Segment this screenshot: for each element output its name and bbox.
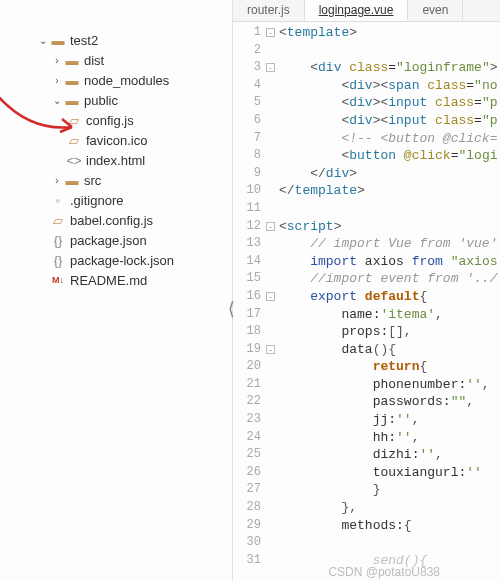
tree-label: babel.config.js — [70, 213, 153, 228]
tree-folder[interactable]: › ▬ src — [8, 170, 224, 190]
tree-file[interactable]: {} package.json — [8, 230, 224, 250]
tree-file[interactable]: M↓ README.md — [8, 270, 224, 290]
code-editor: router.js loginpage.vue even 1-23-456789… — [233, 0, 500, 581]
tree-label: test2 — [70, 33, 98, 48]
tree-label: .gitignore — [70, 193, 123, 208]
tree-root[interactable]: ⌄ ▬ test2 — [8, 30, 224, 50]
folder-open-icon: ▬ — [64, 92, 80, 108]
js-file-icon: ▱ — [66, 112, 82, 128]
chevron-down-icon: ⌄ — [36, 35, 50, 46]
tree-folder[interactable]: ⌄ ▬ public — [8, 90, 224, 110]
tab-router[interactable]: router.js — [233, 0, 305, 21]
collapse-handle-icon[interactable]: ⟨ — [226, 298, 237, 320]
tree-file[interactable]: ◦ .gitignore — [8, 190, 224, 210]
html-file-icon: <> — [66, 152, 82, 168]
js-file-icon: ▱ — [50, 212, 66, 228]
line-gutter: 1-23-456789101112-13141516-171819-202122… — [233, 22, 267, 581]
folder-icon: ▬ — [64, 72, 80, 88]
tree-label: dist — [84, 53, 104, 68]
file-icon: ◦ — [50, 192, 66, 208]
folder-open-icon: ▬ — [50, 32, 66, 48]
chevron-down-icon: ⌄ — [50, 95, 64, 106]
folder-icon: ▬ — [64, 172, 80, 188]
tree-file[interactable]: ▱ babel.config.js — [8, 210, 224, 230]
ico-file-icon: ▱ — [66, 132, 82, 148]
json-file-icon: {} — [50, 232, 66, 248]
markdown-file-icon: M↓ — [50, 272, 66, 288]
chevron-right-icon: › — [50, 175, 64, 186]
tree-folder[interactable]: › ▬ dist — [8, 50, 224, 70]
tree-label: public — [84, 93, 118, 108]
tree-file[interactable]: {} package-lock.json — [8, 250, 224, 270]
tree-file[interactable]: ▱ config.js — [8, 110, 224, 130]
chevron-right-icon: › — [50, 55, 64, 66]
editor-tabs: router.js loginpage.vue even — [233, 0, 500, 22]
chevron-right-icon: › — [50, 75, 64, 86]
tree-file[interactable]: ▱ favicon.ico — [8, 130, 224, 150]
tree-label: package-lock.json — [70, 253, 174, 268]
tree-label: src — [84, 173, 101, 188]
file-explorer: ⌄ ▬ test2 › ▬ dist › ▬ node_modules ⌄ ▬ — [0, 0, 233, 581]
watermark-text: CSDN @potatoU838 — [328, 565, 440, 579]
tree-folder[interactable]: › ▬ node_modules — [8, 70, 224, 90]
code-content[interactable]: <template> <div class="loginframe"> <div… — [267, 22, 500, 581]
tree-file[interactable]: <> index.html — [8, 150, 224, 170]
tree-label: README.md — [70, 273, 147, 288]
folder-icon: ▬ — [64, 52, 80, 68]
tree-label: favicon.ico — [86, 133, 147, 148]
json-file-icon: {} — [50, 252, 66, 268]
file-tree: ⌄ ▬ test2 › ▬ dist › ▬ node_modules ⌄ ▬ — [8, 30, 224, 290]
tab-event[interactable]: even — [408, 0, 463, 21]
tab-loginpage[interactable]: loginpage.vue — [305, 0, 409, 21]
tree-label: index.html — [86, 153, 145, 168]
tree-label: node_modules — [84, 73, 169, 88]
tree-label: config.js — [86, 113, 134, 128]
tree-label: package.json — [70, 233, 147, 248]
